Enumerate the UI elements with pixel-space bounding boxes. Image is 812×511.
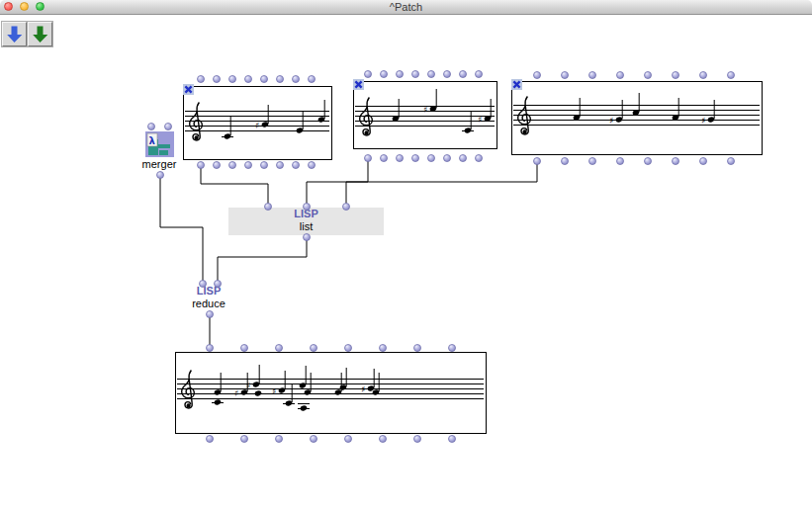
score-box-2[interactable]: ♯♯ [353,71,497,162]
port-dot[interactable] [277,162,284,169]
blue-down-arrow-icon [4,24,25,44]
port-dot[interactable] [645,72,652,79]
port-dot[interactable] [673,158,679,165]
port-dot[interactable] [397,155,404,162]
port-dot[interactable] [311,345,317,352]
close-box-icon[interactable] [511,79,522,90]
port-dot[interactable] [214,162,221,169]
port-dot[interactable] [229,76,236,83]
blue-down-arrow-button[interactable] [2,22,27,46]
port-dot[interactable] [229,162,236,169]
port-dot[interactable] [444,155,451,162]
port-dot[interactable] [673,72,679,79]
port-dot[interactable] [215,281,222,288]
port-dot[interactable] [617,72,624,79]
port-dot[interactable] [589,72,596,79]
port-dot[interactable] [476,71,483,78]
port-dot[interactable] [589,158,596,165]
sharp-icon: ♯ [361,384,365,394]
port-dot[interactable] [617,158,624,165]
port-dot[interactable] [207,436,214,443]
window-titlebar[interactable]: ^Patch [0,0,812,15]
port-dot[interactable] [414,436,421,443]
window-title: ^Patch [0,1,812,13]
sharp-icon: ♯ [423,105,427,115]
port-dot[interactable] [412,71,419,78]
port-dot[interactable] [293,162,300,169]
port-dot[interactable] [148,124,155,130]
port-dot[interactable] [309,76,316,83]
port-dot[interactable] [241,345,248,352]
port-dot[interactable] [343,204,350,211]
port-dot[interactable] [444,71,451,78]
port-dot[interactable] [241,436,248,443]
green-down-arrow-icon [30,24,50,44]
score-box-4[interactable]: ♯♯♯♯ [176,345,487,443]
port-dot[interactable] [645,158,652,165]
port-dot[interactable] [412,155,419,162]
merger-node-icon[interactable]: λ [145,124,174,179]
port-dot[interactable] [414,345,421,352]
port-dot[interactable] [476,155,483,162]
green-down-arrow-button[interactable] [28,22,52,46]
patch-canvas[interactable]: ♯♯♯♯♯♯♯♯♯λ [0,0,812,511]
port-dot[interactable] [397,71,404,78]
port-dot[interactable] [365,71,372,78]
port-dot[interactable] [293,76,300,83]
port-dot[interactable] [311,436,317,443]
port-dot[interactable] [157,172,164,179]
port-dot[interactable] [562,72,569,79]
patch-wire [160,175,203,284]
close-box-icon[interactable] [183,84,194,95]
score-box-3[interactable]: ♯♯ [511,72,763,165]
port-dot[interactable] [381,155,388,162]
port-dot[interactable] [200,281,207,288]
merger-shape [158,144,170,148]
port-dot[interactable] [165,124,172,130]
port-dot[interactable] [345,436,352,443]
port-dot[interactable] [700,72,707,79]
port-dot[interactable] [381,71,388,78]
port-dot[interactable] [277,76,284,83]
port-dot[interactable] [345,345,352,352]
port-dot[interactable] [207,311,214,318]
port-dot[interactable] [207,345,214,352]
port-dot[interactable] [261,162,268,169]
port-dot[interactable] [428,71,435,78]
port-dot[interactable] [728,158,735,165]
port-dot[interactable] [309,162,316,169]
lambda-glyph: λ [149,135,156,146]
patch-wire [307,159,368,207]
port-dot[interactable] [261,76,268,83]
port-dot[interactable] [304,234,311,241]
patch-wire [346,161,537,207]
score-box-frame [512,82,763,155]
port-dot[interactable] [276,436,283,443]
port-dot[interactable] [304,204,311,211]
sharp-icon: ♯ [609,116,613,126]
port-dot[interactable] [198,162,205,169]
port-dot[interactable] [449,345,456,352]
port-dot[interactable] [428,155,435,162]
score-box-1[interactable]: ♯ [183,76,332,169]
merger-shape [159,150,168,155]
port-dot[interactable] [380,345,387,352]
close-box-icon[interactable] [353,79,364,90]
port-dot[interactable] [534,72,541,79]
port-dot[interactable] [365,155,372,162]
port-dot[interactable] [380,436,387,443]
port-dot[interactable] [245,162,252,169]
port-dot[interactable] [245,76,252,83]
port-dot[interactable] [460,71,467,78]
port-dot[interactable] [700,158,707,165]
port-dot[interactable] [198,76,205,83]
port-dot[interactable] [265,204,272,211]
port-dot[interactable] [534,158,541,165]
port-dot[interactable] [276,345,283,352]
score-box-frame [354,82,497,149]
port-dot[interactable] [562,158,569,165]
port-dot[interactable] [728,72,735,79]
port-dot[interactable] [214,76,221,83]
port-dot[interactable] [460,155,467,162]
port-dot[interactable] [449,436,456,443]
